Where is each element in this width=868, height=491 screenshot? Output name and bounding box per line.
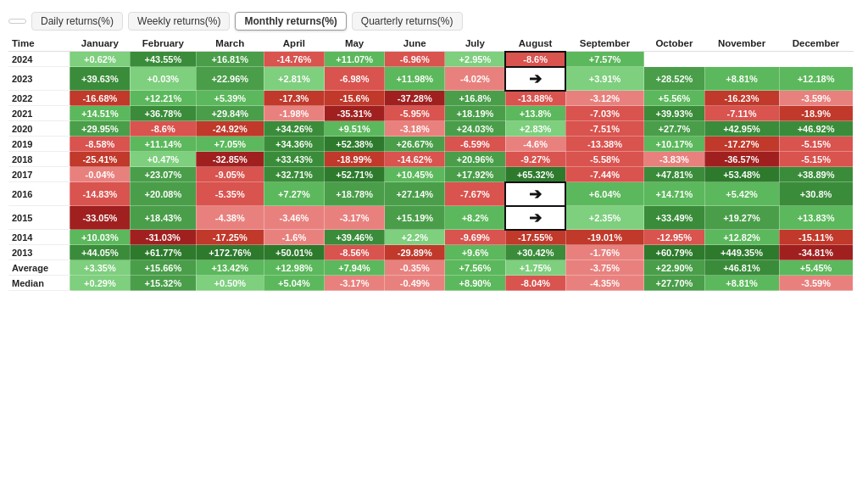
- data-cell: +27.14%: [385, 182, 445, 206]
- data-cell: -36.57%: [704, 152, 779, 167]
- data-cell: +29.84%: [196, 106, 264, 121]
- table-row: 2019-8.58%+11.14%+7.05%+34.36%+52.38%+26…: [8, 137, 860, 152]
- data-cell: +11.07%: [325, 52, 385, 67]
- year-cell: 2020: [8, 121, 70, 137]
- data-cell: +52.38%: [325, 137, 385, 152]
- avg-cell: -3.75%: [565, 260, 644, 276]
- col-header-april: April: [264, 36, 324, 52]
- data-cell: [779, 52, 853, 67]
- avg-cell: -0.35%: [385, 260, 445, 276]
- avg-cell: +1.75%: [505, 260, 565, 276]
- data-cell: +61.77%: [130, 245, 196, 260]
- data-cell: -13.88%: [505, 91, 565, 106]
- data-cell: -0.04%: [70, 167, 130, 182]
- returns-table: TimeJanuaryFebruaryMarchAprilMayJuneJuly…: [8, 36, 860, 291]
- data-cell: +5.39%: [196, 91, 264, 106]
- med-cell: -0.49%: [385, 276, 445, 291]
- data-cell: -34.81%: [779, 245, 853, 260]
- data-cell: +30.8%: [779, 182, 853, 206]
- data-cell: -14.76%: [264, 52, 324, 67]
- year-cell: 2013: [8, 245, 70, 260]
- med-cell: +8.90%: [445, 276, 505, 291]
- data-cell: +10.17%: [644, 137, 704, 152]
- table-row: 2013+44.05%+61.77%+172.76%+50.01%-8.56%-…: [8, 245, 860, 260]
- data-cell: -33.05%: [70, 206, 130, 230]
- data-cell: +12.21%: [130, 91, 196, 106]
- data-cell: [704, 52, 779, 67]
- empty-cell: [853, 182, 859, 206]
- empty-cell: [853, 121, 859, 137]
- col-header-november: November: [704, 36, 779, 52]
- data-cell: -3.18%: [385, 121, 445, 137]
- avg-cell: +12.98%: [264, 260, 324, 276]
- avg-cell: [853, 260, 859, 276]
- data-cell: +2.81%: [264, 67, 324, 91]
- year-cell: 2023: [8, 67, 70, 91]
- tab-monthly[interactable]: Monthly returns(%): [235, 12, 346, 31]
- data-cell: +8.2%: [445, 206, 505, 230]
- avg-cell: +5.45%: [779, 260, 853, 276]
- data-cell: -5.15%: [779, 137, 853, 152]
- data-cell: [644, 52, 704, 67]
- data-cell: +18.19%: [445, 106, 505, 121]
- data-cell: -13.38%: [565, 137, 644, 152]
- med-cell: +27.70%: [644, 276, 704, 291]
- med-cell: -3.59%: [779, 276, 853, 291]
- data-cell: +17.92%: [445, 167, 505, 182]
- data-cell: +172.76%: [196, 245, 264, 260]
- data-cell: +18.43%: [130, 206, 196, 230]
- data-cell: -7.11%: [704, 106, 779, 121]
- data-cell: +30.42%: [505, 245, 565, 260]
- data-cell: +2.35%: [565, 206, 644, 230]
- data-cell: +29.95%: [70, 121, 130, 137]
- year-cell: 2021: [8, 106, 70, 121]
- med-cell: +0.50%: [196, 276, 264, 291]
- empty-cell: [853, 106, 859, 121]
- empty-cell: [853, 152, 859, 167]
- data-cell: +3.91%: [565, 67, 644, 91]
- data-cell: -32.85%: [196, 152, 264, 167]
- data-cell: -29.89%: [385, 245, 445, 260]
- data-cell: +28.52%: [644, 67, 704, 91]
- col-header-february: February: [130, 36, 196, 52]
- table-row: 2022-16.68%+12.21%+5.39%-17.3%-15.6%-37.…: [8, 91, 860, 106]
- year-cell: 2024: [8, 52, 70, 67]
- table-row: 2020+29.95%-8.6%-24.92%+34.26%+9.51%-3.1…: [8, 121, 860, 137]
- tab-daily[interactable]: Daily returns(%): [31, 12, 123, 31]
- data-cell: +12.82%: [704, 230, 779, 245]
- table-row: 2023+39.63%+0.03%+22.96%+2.81%-6.98%+11.…: [8, 67, 860, 91]
- data-cell: -25.41%: [70, 152, 130, 167]
- data-cell: +8.81%: [704, 67, 779, 91]
- data-cell: +43.55%: [130, 52, 196, 67]
- tab-weekly[interactable]: Weekly returns(%): [128, 12, 230, 31]
- data-cell: -14.62%: [385, 152, 445, 167]
- btc-selector[interactable]: [8, 19, 26, 24]
- avg-cell: +15.66%: [130, 260, 196, 276]
- avg-cell: +22.90%: [644, 260, 704, 276]
- data-cell: -4.38%: [196, 206, 264, 230]
- tab-quarterly[interactable]: Quarterly returns(%): [352, 12, 463, 31]
- avg-cell: +13.42%: [196, 260, 264, 276]
- data-cell: +26.67%: [385, 137, 445, 152]
- data-cell: +34.36%: [264, 137, 324, 152]
- data-cell: +23.07%: [130, 167, 196, 182]
- empty-cell: [853, 230, 859, 245]
- table-row: 2024+0.62%+43.55%+16.81%-14.76%+11.07%-6…: [8, 52, 860, 67]
- data-cell: +33.49%: [644, 206, 704, 230]
- data-cell: +7.57%: [565, 52, 644, 67]
- data-cell: +19.27%: [704, 206, 779, 230]
- data-cell: ➔: [505, 67, 565, 91]
- table-row: 2017-0.04%+23.07%-9.05%+32.71%+52.71%+10…: [8, 167, 860, 182]
- data-cell: -3.17%: [325, 206, 385, 230]
- data-cell: +39.46%: [325, 230, 385, 245]
- data-cell: -12.95%: [644, 230, 704, 245]
- data-cell: +65.32%: [505, 167, 565, 182]
- data-cell: -7.67%: [445, 182, 505, 206]
- data-cell: +32.71%: [264, 167, 324, 182]
- data-cell: -16.23%: [704, 91, 779, 106]
- data-cell: +27.7%: [644, 121, 704, 137]
- data-cell: +53.48%: [704, 167, 779, 182]
- year-cell: 2016: [8, 182, 70, 206]
- data-cell: +34.26%: [264, 121, 324, 137]
- median-row: Median+0.29%+15.32%+0.50%+5.04%-3.17%-0.…: [8, 276, 860, 291]
